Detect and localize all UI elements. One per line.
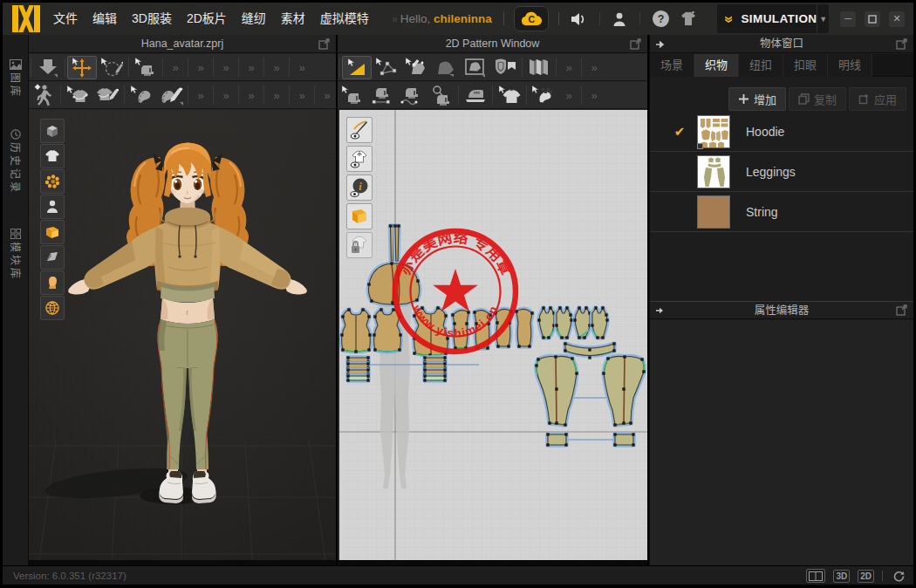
show-sewing-tool[interactable] — [346, 117, 373, 143]
pin-pen-tool[interactable] — [156, 84, 186, 107]
pattern-piece-leggings-ankle-cuff[interactable] — [613, 433, 634, 446]
pattern-box-tool[interactable] — [461, 56, 490, 79]
show-garment-3d-tool[interactable] — [40, 144, 65, 168]
pattern-piece-hoodie-hem-band[interactable] — [346, 374, 369, 381]
toolbar-overflow-chevron[interactable]: » — [165, 61, 186, 74]
toolbar-overflow-chevron[interactable]: » — [584, 61, 605, 74]
show-3d-objects-tool[interactable] — [40, 119, 65, 143]
pattern-piece-leggings-waist-panel[interactable] — [591, 306, 608, 338]
pattern-outline-tool[interactable] — [431, 56, 461, 79]
toolbar-overflow-chevron[interactable]: » — [291, 61, 312, 74]
import-tool[interactable] — [33, 56, 63, 79]
pattern-piece-leggings-waist-panel[interactable] — [537, 306, 555, 338]
sew-3d-tool[interactable] — [131, 56, 161, 79]
toolbar-overflow-chevron[interactable]: » — [266, 89, 287, 102]
toolbar-overflow-chevron[interactable]: » — [584, 89, 605, 102]
object-tab-3[interactable]: 纽扣 — [739, 54, 783, 77]
new-garment-button[interactable] — [676, 6, 701, 32]
simulation-button[interactable]: SIMULATION ▼ — [717, 4, 829, 33]
cloud-account-button[interactable]: C — [514, 6, 549, 31]
account-button[interactable] — [608, 6, 632, 32]
dock-tab-library[interactable]: 图库 — [3, 59, 29, 99]
object-tab-1[interactable]: 场景 — [650, 54, 694, 77]
popout-icon[interactable] — [896, 38, 907, 50]
reset-view-button[interactable] — [891, 570, 906, 583]
object-tab-4[interactable]: 扣眼 — [783, 54, 828, 77]
popout-icon[interactable] — [896, 304, 907, 316]
view-2d-button[interactable]: 2D — [858, 570, 874, 583]
fabric-row-hoodie[interactable]: ✔Hoodie — [650, 112, 913, 152]
menu-6[interactable]: 素材 — [281, 3, 305, 35]
show-avatar-tool[interactable] — [40, 195, 65, 219]
move-tool[interactable] — [67, 56, 97, 79]
dock-tab-modular[interactable]: 模块库 — [3, 229, 29, 281]
menu-1[interactable]: 文件 — [53, 3, 78, 35]
pattern-piece-hoodie-drawstring-right[interactable] — [393, 224, 400, 263]
minimize-button[interactable]: ─ — [840, 11, 856, 27]
grading-tool[interactable] — [529, 84, 558, 107]
collapse-panel-icon[interactable] — [655, 39, 666, 50]
menu-4[interactable]: 2D板片 — [187, 3, 227, 35]
add-fabric-button[interactable]: 增加 — [728, 87, 786, 111]
simulation-dropdown[interactable]: ▼ — [817, 4, 829, 33]
toolbar-overflow-chevron[interactable]: » — [190, 61, 211, 74]
toolbar-overflow-chevron[interactable]: » — [241, 89, 262, 102]
menu-5[interactable]: 缝纫 — [242, 3, 266, 35]
edit-sewing-3d-tool[interactable] — [63, 84, 92, 107]
avatar-pose-tool[interactable] — [29, 84, 58, 107]
collapse-property-icon[interactable] — [655, 305, 666, 316]
fabric-row-leggings[interactable]: Leggings — [650, 152, 913, 192]
view-3d-button[interactable]: 3D — [833, 570, 850, 583]
sound-button[interactable] — [567, 6, 591, 32]
object-tab-2[interactable]: 织物 — [694, 54, 739, 77]
copy-fabric-button[interactable]: 复制 — [789, 87, 846, 111]
pattern-piece-hoodie-hem-band[interactable] — [423, 374, 446, 381]
toolbar-overflow-chevron[interactable]: » — [266, 61, 287, 74]
menu-2[interactable]: 编辑 — [92, 3, 117, 35]
toolbar-overflow-chevron[interactable]: » — [558, 89, 579, 102]
sew-free-3d-tool[interactable] — [92, 84, 122, 107]
trace-tool[interactable] — [490, 56, 520, 79]
popout-icon[interactable] — [630, 38, 641, 50]
pattern-piece-leggings-waist-panel[interactable] — [573, 306, 591, 338]
show-info-tool[interactable]: i — [346, 174, 373, 201]
toolbar-overflow-chevron[interactable]: » — [190, 89, 211, 102]
toolbar-overflow-chevron[interactable]: » — [215, 61, 236, 74]
show-wind-tool[interactable] — [40, 296, 65, 320]
maximize-button[interactable] — [865, 11, 880, 27]
edit-pattern-tool[interactable] — [372, 56, 401, 79]
pattern-piece-hoodie-sleeve-top-right[interactable] — [515, 309, 533, 347]
pattern-piece-hoodie-back-panel[interactable] — [340, 308, 371, 352]
fabric-row-string[interactable]: String — [650, 192, 913, 232]
show-garment-tool[interactable] — [495, 84, 524, 107]
toolbar-overflow-chevron[interactable]: » — [291, 89, 312, 102]
lock-pattern-tool[interactable] — [346, 232, 373, 258]
dock-tab-history[interactable]: 历史记录 — [3, 129, 29, 195]
segment-sewing-tool[interactable] — [367, 84, 397, 107]
pattern-piece-leggings-ankle-cuff[interactable] — [546, 433, 567, 446]
split-view-button[interactable] — [806, 569, 825, 583]
show-avatar-head-tool[interactable] — [40, 270, 65, 295]
show-plane-tool[interactable] — [40, 245, 65, 270]
pattern-piece-leggings-waist-panel[interactable] — [555, 306, 572, 338]
object-tab-5[interactable]: 明线 — [828, 54, 872, 77]
show-garment-tool[interactable] — [346, 146, 373, 172]
show-particles-tool[interactable] — [40, 169, 65, 194]
fabric-view-tool[interactable] — [346, 203, 373, 229]
help-button[interactable]: ? — [648, 6, 673, 32]
free-sewing-tool[interactable] — [397, 84, 427, 107]
menu-7[interactable]: 虚拟模特 — [320, 3, 369, 35]
detail-sewing-tool[interactable] — [427, 84, 456, 107]
toolbar-overflow-chevron[interactable]: » — [317, 89, 336, 102]
transform-pattern-tool[interactable] — [342, 56, 372, 79]
toolbar-overflow-chevron[interactable]: » — [215, 89, 236, 102]
popout-icon[interactable] — [318, 38, 330, 50]
apply-fabric-button[interactable]: 应用 — [849, 87, 906, 111]
show-fabric-tool[interactable] — [40, 220, 65, 244]
toolbar-overflow-chevron[interactable]: » — [241, 61, 262, 74]
close-button[interactable]: ✕ — [889, 11, 905, 27]
viewport-2d[interactable]: 亦是美网络 专用章 www.yishimei.cn i — [339, 110, 647, 560]
paint-tool[interactable] — [97, 56, 126, 79]
toolbar-overflow-chevron[interactable]: » — [558, 61, 579, 74]
create-polygon-tool[interactable] — [401, 56, 431, 79]
